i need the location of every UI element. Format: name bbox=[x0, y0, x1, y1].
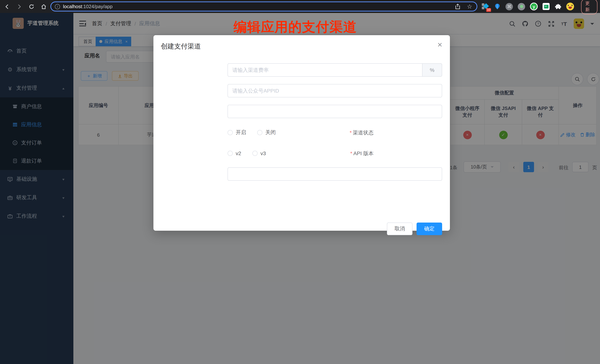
status-open-radio[interactable]: 开启 bbox=[227, 129, 246, 136]
chrome-update-button[interactable]: 更新 bbox=[581, 0, 598, 14]
reload-icon[interactable] bbox=[26, 1, 37, 12]
percent-suffix: % bbox=[422, 63, 442, 77]
create-channel-dialog: 创建支付渠道 ✕ *渠道费率 % *公众号APPID *商户号 *渠道状态 bbox=[153, 35, 450, 231]
extension-badge: 10 bbox=[486, 8, 491, 12]
form-row-rate: *渠道费率 % bbox=[153, 63, 450, 77]
extension-icon-1[interactable]: 10 bbox=[482, 3, 489, 10]
bookmark-star-icon[interactable]: ☆ bbox=[466, 3, 473, 10]
extension-icon-6[interactable] bbox=[543, 3, 550, 10]
form-row-appid: *公众号APPID bbox=[153, 84, 450, 97]
merchant-id-input[interactable] bbox=[227, 105, 442, 118]
form-row-api-version: *API 版本 v2 v3 bbox=[153, 147, 450, 160]
form-row-status: *渠道状态 开启 关闭 bbox=[153, 126, 450, 139]
extension-icon-5[interactable]: y bbox=[530, 3, 538, 10]
back-icon[interactable] bbox=[2, 1, 12, 12]
site-info-icon[interactable]: i bbox=[55, 4, 60, 9]
confirm-button[interactable]: 确定 bbox=[417, 223, 442, 235]
address-bar[interactable]: i localhost:1024/pay/app ☆ bbox=[50, 1, 477, 11]
form-row-remark: 备注 bbox=[153, 167, 450, 181]
api-v3-radio[interactable]: v3 bbox=[252, 150, 266, 156]
profile-avatar-icon[interactable] bbox=[566, 3, 574, 10]
share-icon[interactable] bbox=[454, 3, 461, 10]
annotation-title: 编辑应用的支付渠道 bbox=[234, 18, 357, 36]
extension-icon-4[interactable] bbox=[518, 3, 525, 10]
radio-circle bbox=[252, 151, 258, 156]
app-window: 🐰 芋道管理系统 首页 ⚙ 系统管理 ▼ ¥ 支付管理 bbox=[0, 13, 600, 364]
remark-input[interactable] bbox=[227, 167, 442, 181]
forward-icon[interactable] bbox=[14, 1, 24, 12]
cancel-button[interactable]: 取消 bbox=[387, 223, 412, 235]
status-closed-radio[interactable]: 关闭 bbox=[257, 129, 276, 136]
radio-circle bbox=[257, 130, 262, 135]
url-text: localhost:1024/pay/app bbox=[63, 4, 112, 9]
extension-icon-2[interactable] bbox=[494, 3, 501, 10]
puzzle-extensions-icon[interactable] bbox=[554, 3, 562, 10]
extension-icon-3[interactable]: ⌘ bbox=[506, 3, 513, 10]
radio-circle bbox=[227, 130, 233, 135]
appid-input[interactable] bbox=[227, 84, 442, 97]
form-row-merchant: *商户号 bbox=[153, 105, 450, 118]
screen: i localhost:1024/pay/app ☆ 10 ⌘ bbox=[0, 0, 600, 364]
rate-input[interactable] bbox=[227, 63, 422, 77]
home-icon[interactable] bbox=[38, 1, 49, 12]
radio-circle bbox=[227, 151, 233, 156]
dialog-title: 创建支付渠道 bbox=[161, 42, 201, 51]
close-icon[interactable]: ✕ bbox=[437, 42, 443, 48]
api-v2-radio[interactable]: v2 bbox=[227, 150, 241, 156]
browser-toolbar: i localhost:1024/pay/app ☆ 10 ⌘ bbox=[0, 0, 600, 13]
extensions-area: 10 ⌘ y 更新 ⋮ bbox=[482, 0, 600, 13]
